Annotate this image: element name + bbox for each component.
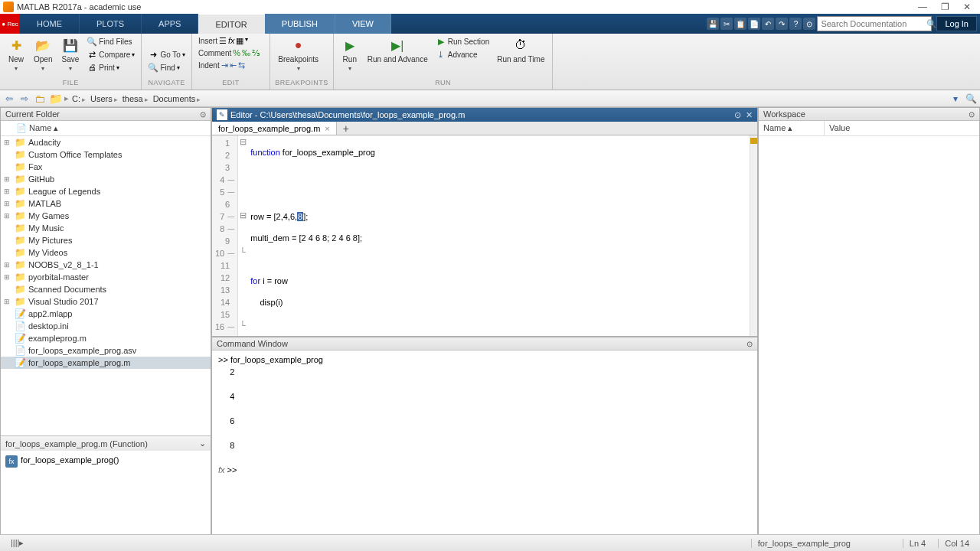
forward-button[interactable]: ⇨ [18,93,31,105]
tab-apps[interactable]: APPS [142,14,198,34]
list-item[interactable]: ⊞📁NOOBS_v2_8_1-1 [1,259,211,271]
toolbar-copy-icon[interactable]: 📋 [734,18,746,30]
advance-button[interactable]: ⤓Advance [434,48,491,60]
comment-button[interactable]: Comment%‰⅔ [197,47,265,59]
list-item[interactable]: ⊞📁GitHub [1,173,211,185]
editor-titlebar: ✎ Editor - C:\Users\thesa\Documents\for_… [212,108,757,122]
breadcrumb[interactable]: Documents [153,94,203,103]
list-item[interactable]: 📄for_loops_example_prog.asv [1,344,211,357]
breakpoints-button[interactable]: ●Breakpoints▾ [275,35,322,73]
goto-button[interactable]: ➜Go To▾ [146,48,187,60]
toolbar-more-icon[interactable]: ⊙ [803,18,815,30]
editor-tab[interactable]: for_loops_example_prog.m × [212,122,337,135]
status-ready: ||||▸ [5,538,30,548]
command-window[interactable]: >> for_loops_example_prog 2 4 6 8fx >> [212,350,757,535]
list-item[interactable]: 📁My Pictures [1,234,211,246]
search-input[interactable] [821,19,926,28]
detail-dropdown-icon[interactable]: ⌄ [199,439,206,448]
compare-button[interactable]: ⇄Compare▾ [85,48,136,60]
tab-editor[interactable]: EDITOR [198,14,264,34]
print-button[interactable]: 🖨Print▾ [85,61,136,73]
list-item[interactable]: ⊞📁MATLAB [1,197,211,210]
file-list[interactable]: ⊞📁Audacity📁Custom Office Templates📁Fax⊞📁… [1,136,211,435]
fold-column[interactable]: ⊟ ⊟└ └ [238,135,247,336]
status-script: for_loops_example_prog [751,539,897,548]
run-advance-button[interactable]: ▶|Run and Advance [364,35,431,65]
list-item[interactable]: ⊞📁Visual Studio 2017 [1,295,211,308]
tab-publish[interactable]: PUBLISH [265,14,335,34]
folder-up-icon[interactable]: 🗀 [34,93,46,105]
list-item[interactable]: ⊞📁Audacity [1,136,211,148]
path-search-icon[interactable]: 🔍 [965,93,977,105]
workspace-menu-icon[interactable]: ⊙ [969,110,975,119]
list-item[interactable]: 📝for_loops_example_prog.m [1,357,211,369]
search-documentation[interactable]: 🔍 [817,16,932,31]
run-button[interactable]: ▶Run▾ [338,35,361,73]
workspace-value-column[interactable]: Value [825,121,854,135]
list-item[interactable]: 📁My Music [1,222,211,234]
list-item[interactable]: 📁Fax [1,161,211,173]
workspace-name-column[interactable]: Name ▴ [759,121,825,135]
search-icon[interactable]: 🔍 [926,19,937,29]
breadcrumb[interactable]: C: [72,94,87,103]
find-button[interactable]: 🔍Find▾ [146,61,187,73]
toolbar-save-icon[interactable]: 💾 [707,18,719,30]
list-item[interactable]: 📝app2.mlapp [1,308,211,320]
ribbon: ✚New▾ 📂Open▾ 💾Save▾ 🔍Find Files ⇄Compare… [0,34,980,90]
detail-function: for_loops_example_prog() [21,455,119,465]
code-minimap[interactable] [750,135,757,336]
tab-home[interactable]: HOME [20,14,80,34]
toolbar-paste-icon[interactable]: 📄 [748,18,760,30]
tab-close-icon[interactable]: × [325,124,329,133]
runtime-button[interactable]: ⏱Run and Time [494,35,547,65]
list-item[interactable]: 📁My Videos [1,246,211,259]
editor-area: ✎ Editor - C:\Users\thesa\Documents\for_… [211,107,758,536]
tab-add-button[interactable]: + [337,122,355,135]
name-column-header[interactable]: 📄 Name ▴ [1,121,211,136]
editor-tabs: for_loops_example_prog.m × + [212,122,757,135]
workspace-body[interactable] [759,136,979,535]
minimize-button[interactable]: — [918,2,927,12]
window-title: MATLAB R2017a - academic use [17,2,918,11]
new-button[interactable]: ✚New▾ [5,35,28,73]
maximize-button[interactable]: ❐ [941,2,949,12]
list-item[interactable]: ⊞📁My Games [1,210,211,222]
list-item[interactable]: 📄desktop.ini [1,320,211,332]
breadcrumb[interactable]: thesa [122,94,150,103]
list-item[interactable]: ⊞📁pyorbital-master [1,271,211,283]
editor-menu-icon[interactable]: ⊙ [734,110,741,120]
detail-panel: for_loops_example_prog.m (Function) ⌄ fx… [1,435,211,535]
titlebar: MATLAB R2017a - academic use — ❐ ✕ [0,0,980,14]
list-item[interactable]: 📁Scanned Documents [1,283,211,295]
login-button[interactable]: Log In [936,16,977,31]
open-button[interactable]: 📂Open▾ [31,35,55,73]
ribbon-group-edit: Insert☰fx▦▾ Comment%‰⅔ Indent⇥⇤⇆ EDIT [192,34,270,90]
cmd-menu-icon[interactable]: ⊙ [746,340,753,348]
function-icon: fx [5,455,18,468]
panel-menu-icon[interactable]: ⊙ [200,110,206,119]
toolbar-undo-icon[interactable]: ↶ [762,18,774,30]
editor-icon: ✎ [217,109,227,120]
breadcrumb[interactable]: Users [90,94,119,103]
toolbar-redo-icon[interactable]: ↷ [776,18,788,30]
toolbar-help-icon[interactable]: ? [789,18,802,30]
findfiles-button[interactable]: 🔍Find Files [85,35,136,47]
tab-view[interactable]: VIEW [335,14,391,34]
insert-button[interactable]: Insert☰fx▦▾ [197,35,265,47]
top-tabstrip: ● Rec HOME PLOTS APPS EDITOR PUBLISH VIE… [0,14,980,34]
indent-button[interactable]: Indent⇥⇤⇆ [197,60,265,71]
runsection-button[interactable]: ▶Run Section [434,35,491,47]
browse-folder-icon[interactable]: 📁 [49,93,61,105]
tab-plots[interactable]: PLOTS [80,14,142,34]
toolbar-cut-icon[interactable]: ✂ [720,18,733,30]
code-content[interactable]: function for_loops_example_prog row = [2… [247,135,750,336]
back-button[interactable]: ⇦ [3,93,15,105]
close-button[interactable]: ✕ [963,2,971,12]
list-item[interactable]: ⊞📁League of Legends [1,185,211,197]
path-dropdown-icon[interactable]: ▾ [949,93,962,105]
save-button[interactable]: 💾Save▾ [58,35,82,73]
list-item[interactable]: 📝exampleprog.m [1,332,211,344]
editor-close-icon[interactable]: ✕ [746,110,753,120]
list-item[interactable]: 📁Custom Office Templates [1,148,211,161]
code-editor[interactable]: 1 2 3 4 —5 — 6 7 — 8 —9 10 —11 12 13 14 … [212,135,757,336]
